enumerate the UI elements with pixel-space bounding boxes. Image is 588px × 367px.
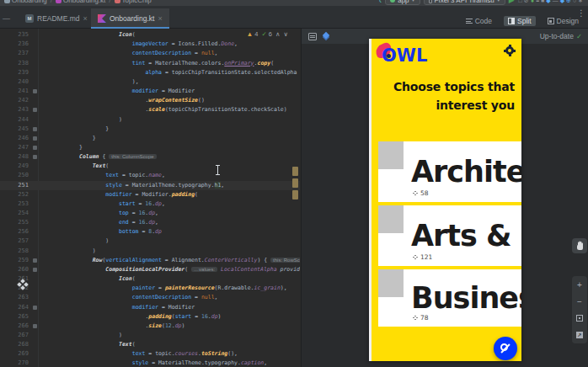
code-line-246[interactable]: 246}: [0, 134, 300, 143]
fold-marker-icon[interactable]: [33, 258, 37, 263]
fold-marker-icon[interactable]: [33, 89, 37, 93]
code-line-243[interactable]: 243.scale(topicChipTransitionState.check…: [0, 105, 300, 114]
stop-icon[interactable]: □: [519, 0, 522, 3]
search-icon[interactable]: ○: [573, 0, 576, 3]
avd-icon[interactable]: ⊕: [566, 0, 571, 3]
code-line-252[interactable]: 252modifier = Modifier.padding(: [0, 190, 300, 199]
code-line-259[interactable]: 259Row(verticalAlignment = Alignment.Cen…: [0, 256, 300, 265]
topic-course-count: 121: [413, 253, 432, 261]
code-line-240[interactable]: 240),: [0, 77, 300, 87]
code-line-263[interactable]: 263contentDescription = null,: [0, 293, 300, 302]
run-button[interactable]: ▶: [509, 0, 515, 4]
code-line-268[interactable]: 268Text(: [0, 340, 300, 349]
line-number: 259: [0, 256, 29, 265]
code-line-253[interactable]: 253start = 16.dp,: [0, 199, 300, 209]
coverage-icon[interactable]: ⊘: [524, 0, 529, 3]
tab-onboarding[interactable]: Onboarding.kt ×: [91, 8, 169, 29]
code-line-244[interactable]: 244): [0, 115, 300, 125]
view-mode-design[interactable]: Design: [543, 16, 583, 26]
code-line-260[interactable]: 260CompositionLocalProvider( …values: Lo…: [0, 265, 300, 274]
code-line-270[interactable]: 270style = MaterialTheme.typography.capt…: [0, 359, 300, 367]
code-line-245[interactable]: 245}: [0, 125, 300, 134]
sync-icon[interactable]: ◆: [546, 0, 550, 3]
topic-card[interactable]: Business78: [378, 269, 521, 327]
layers-icon[interactable]: [323, 33, 330, 40]
topic-card[interactable]: Architecture58: [378, 141, 521, 202]
fold-marker-icon[interactable]: [33, 136, 37, 141]
code-line-254[interactable]: 254top = 16.dp,: [0, 209, 300, 218]
divider-glyph[interactable]: —: [553, 0, 559, 3]
line-number: 267: [0, 331, 29, 340]
code-line-256[interactable]: 256bottom = 8.dp: [0, 227, 300, 237]
grain-icon: [413, 316, 418, 321]
breadcrumb-item[interactable]: TopicChip: [115, 0, 152, 4]
next-issue-icon[interactable]: ∨: [284, 30, 289, 38]
device-select[interactable]: Pixel 3 API Tiramisu ▼: [424, 0, 505, 5]
tab-readme[interactable]: M README.md ×: [19, 8, 94, 29]
scrollbar-warning-mark[interactable]: [292, 190, 298, 199]
fold-marker-icon[interactable]: [33, 146, 37, 150]
close-icon[interactable]: ×: [158, 14, 162, 23]
zoom-fit-button[interactable]: [572, 310, 587, 327]
fold-marker-icon[interactable]: [33, 108, 37, 112]
apply-changes-icon[interactable]: ●: [531, 0, 534, 3]
code-line-248[interactable]: 248Column { this: ColumnScope: [0, 152, 300, 162]
topic-card[interactable]: Arts & Crafts121: [378, 205, 521, 266]
close-icon[interactable]: ×: [83, 14, 88, 23]
gear-icon[interactable]: [505, 45, 515, 56]
code-line-250[interactable]: 250text = topic.name,: [0, 171, 300, 180]
fold-marker-icon[interactable]: [33, 324, 37, 328]
code-line-251[interactable]: 251style = MaterialTheme.typography.h1,: [0, 181, 300, 190]
code-line-264[interactable]: 264modifier = Modifier: [0, 303, 300, 312]
zoom-in-button[interactable]: +: [572, 276, 587, 293]
preview-notifications-icon[interactable]: [308, 33, 317, 40]
code-line-238[interactable]: 238tint = MaterialTheme.colors.onPrimary…: [0, 59, 300, 68]
profiler-icon[interactable]: ≡: [536, 0, 539, 3]
code-line-247[interactable]: 247}: [0, 143, 300, 152]
code-line-261[interactable]: 261Icon(: [0, 274, 300, 284]
code-line-265[interactable]: 265.padding(start = 16.dp): [0, 312, 300, 322]
prev-issue-icon[interactable]: ∧: [275, 30, 281, 38]
compose-preview-panel: Up-to-date ✓ OWL Choose topics that inte…: [301, 29, 588, 367]
code-line-241[interactable]: 241modifier = Modifier: [0, 87, 300, 96]
code-line-255[interactable]: 255end = 16.dp,: [0, 218, 300, 227]
device-manager-icon[interactable]: ◆: [560, 0, 564, 3]
breadcrumb-item[interactable]: Onboarding.kt: [56, 0, 105, 4]
settings-icon[interactable]: ∗: [578, 0, 583, 3]
fold-marker-icon[interactable]: [33, 127, 37, 131]
line-number: 237: [0, 49, 29, 58]
code-line-236[interactable]: 236imageVector = Icons.Filled.Done,: [0, 40, 300, 49]
run-config-select[interactable]: app ▼: [385, 0, 420, 5]
back-chevron-icon[interactable]: ‹: [379, 0, 382, 5]
view-mode-code[interactable]: Code: [462, 16, 496, 26]
inspections-widget[interactable]: ▲ 4 ✓ 6 ∧ ∨: [245, 30, 290, 38]
line-number: 263: [0, 293, 29, 302]
view-mode-split[interactable]: Split: [504, 16, 536, 26]
code-line-269[interactable]: 269text = topic.courses.toString(),: [0, 349, 300, 359]
scrollbar-warning-mark[interactable]: [292, 178, 298, 188]
code-line-237[interactable]: 237contentDescription = null,: [0, 49, 300, 58]
breadcrumb-item[interactable]: Onboarding: [4, 0, 47, 4]
code-line-257[interactable]: 257): [0, 237, 300, 246]
fold-marker-icon[interactable]: [33, 155, 37, 159]
attach-debugger-icon[interactable]: ■: [541, 0, 544, 3]
code-line-267[interactable]: 267): [0, 331, 300, 340]
code-editor[interactable]: 234) {235Icon(236imageVector = Icons.Fil…: [0, 29, 300, 367]
fold-marker-icon[interactable]: [33, 268, 37, 272]
explore-fab[interactable]: [494, 337, 517, 360]
code-line-262[interactable]: 262painter = painterResource(R.drawable.…: [0, 284, 300, 293]
expand-button[interactable]: ↗: [572, 327, 587, 343]
line-number: 254: [0, 209, 29, 218]
code-line-258[interactable]: 258): [0, 247, 300, 256]
code-line-266[interactable]: 266.size(12.dp): [0, 322, 300, 331]
fold-marker-icon[interactable]: [33, 306, 37, 310]
grain-icon: [413, 191, 418, 196]
code-line-239[interactable]: 239alpha = topicChipTransitionState.sele…: [0, 68, 300, 77]
zoom-out-button[interactable]: −: [572, 293, 587, 310]
scrollbar-warning-mark[interactable]: [292, 167, 298, 176]
code-line-242[interactable]: 242.wrapContentSize(): [0, 96, 300, 105]
code-line-249[interactable]: 249Text(: [0, 162, 300, 171]
breadcrumb: Onboarding/Onboarding.kt/TopicChip: [4, 0, 152, 4]
topic-image-placeholder: [378, 205, 404, 233]
pan-tool-button[interactable]: [572, 238, 587, 253]
